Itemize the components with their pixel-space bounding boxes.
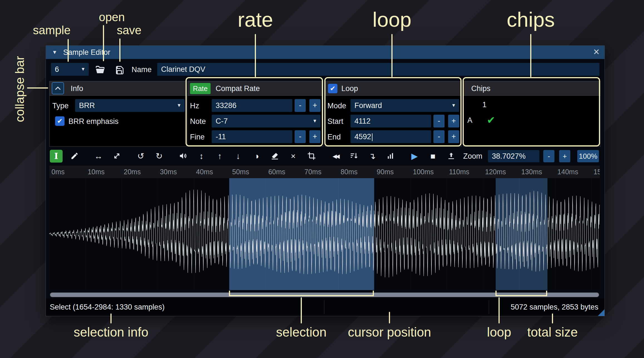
x-icon[interactable]: × (287, 150, 300, 163)
timeline-label: 110ms (449, 166, 469, 178)
timeline-label: 0ms (51, 166, 65, 178)
arrows-horizontal-icon[interactable]: ↔ (92, 150, 105, 163)
arrows-vertical-icon[interactable]: ↕ (195, 150, 208, 163)
close-icon[interactable]: × (593, 45, 599, 58)
rate-tab[interactable]: Rate (190, 83, 211, 94)
save-icon[interactable] (114, 65, 124, 75)
note-select[interactable]: C-7 ▼ (212, 115, 320, 127)
loop-end-minus-button[interactable]: - (433, 130, 445, 143)
status-divider (489, 300, 489, 314)
arrow-turn-down-icon[interactable]: ↴ (366, 150, 379, 163)
horizontal-scrollbar[interactable] (49, 292, 600, 298)
page-background: ▼ Sample Editor × 6 ▼ Name Clarinet DQV (0, 0, 644, 358)
loop-end-value: 4592 (351, 133, 371, 141)
sample-editor-window: ▼ Sample Editor × 6 ▼ Name Clarinet DQV (46, 45, 605, 316)
zoom-reset-button[interactable]: 100% (577, 150, 599, 162)
scrollbar-thumb[interactable] (50, 293, 599, 297)
timeline-label: 150 (594, 166, 600, 178)
loop-end-plus-button[interactable]: + (448, 130, 459, 143)
timeline-label: 10ms (88, 166, 105, 178)
fine-input[interactable]: -11 (212, 130, 292, 143)
chips-row-label: A (467, 114, 472, 127)
mode-label: Mode (327, 99, 346, 112)
bar-chart-icon[interactable] (384, 150, 397, 163)
loop-mode-select[interactable]: Forward ▼ (351, 99, 459, 112)
zoom-label: Zoom (463, 149, 482, 163)
resize-grip[interactable] (598, 309, 604, 316)
info-collapse-bar[interactable]: Info (50, 81, 186, 96)
sample-selector[interactable]: 6 ▼ (51, 63, 89, 76)
brr-emphasis-checkbox[interactable]: ✔ (55, 116, 65, 126)
zoom-out-button[interactable]: - (543, 150, 554, 162)
hz-label: Hz (190, 99, 199, 112)
timeline-label: 130ms (521, 166, 542, 178)
timeline-label: 80ms (340, 166, 357, 178)
loop-start-plus-button[interactable]: + (448, 115, 459, 127)
name-label: Name (132, 63, 152, 76)
play-icon[interactable]: ▶ (408, 150, 421, 163)
check-icon: ✔ (330, 85, 335, 92)
timeline-label: 70ms (304, 166, 321, 178)
loop-header-title: Loop (341, 81, 358, 96)
edit-cursor-icon[interactable]: I (50, 150, 63, 163)
collapse-button[interactable] (52, 82, 64, 94)
arrow-down-icon[interactable]: ↓ (232, 150, 245, 163)
titlebar[interactable]: ▼ Sample Editor × (46, 46, 604, 59)
hz-value: 33286 (212, 101, 236, 110)
undo-icon[interactable]: ↺ (134, 150, 147, 163)
rate-header: Rate Compat Rate (188, 81, 323, 96)
fine-minus-button[interactable]: - (295, 130, 306, 143)
fine-label: Fine (190, 130, 205, 144)
total-size-text: 5072 samples, 2853 bytes (511, 298, 598, 316)
loop-start-minus-button[interactable]: - (433, 115, 445, 127)
annotation-rate: rate (238, 8, 273, 31)
timeline-label: 100ms (413, 166, 434, 178)
zoom-in-button[interactable]: + (559, 150, 570, 162)
redo-icon[interactable]: ↻ (153, 150, 166, 163)
crop-icon[interactable] (305, 150, 318, 163)
open-folder-icon[interactable] (95, 65, 105, 75)
sort-descending-icon[interactable] (347, 150, 360, 163)
chip-enabled-check-icon[interactable]: ✔ (487, 114, 495, 127)
loop-start-input[interactable]: 4112 (351, 115, 431, 127)
stop-icon[interactable]: ■ (426, 150, 439, 163)
loop-end-label: End (327, 130, 341, 144)
hz-input[interactable]: 33286 (212, 99, 292, 112)
fine-plus-button[interactable]: + (309, 130, 320, 143)
type-select[interactable]: BRR ▼ (75, 99, 185, 112)
chips-column-header: 1 (482, 98, 487, 111)
info-section: Info Type BRR ▼ ✔ BRR emphasis (49, 81, 187, 147)
hz-minus-button[interactable]: - (295, 99, 306, 112)
zoom-input[interactable]: 38.7027% (488, 150, 539, 162)
loop-section: ✔ Loop Mode Forward ▼ Start 4112 - + End… (325, 81, 462, 147)
hz-plus-button[interactable]: + (309, 99, 320, 112)
pencil-icon[interactable] (68, 150, 81, 163)
fast-backward-icon[interactable]: ◀◀ (329, 150, 342, 163)
annotation-loop-region: loop (487, 325, 511, 340)
annotation-total-size: total size (527, 325, 578, 340)
window-collapse-triangle-icon[interactable]: ▼ (52, 46, 57, 59)
waveform-svg (49, 178, 600, 290)
invert-circle-icon[interactable]: ◑ (250, 150, 263, 163)
arrow-up-icon[interactable]: ↑ (213, 150, 226, 163)
loop-header: ✔ Loop (325, 81, 462, 96)
timeline-label: 20ms (124, 166, 141, 178)
timeline-label: 40ms (196, 166, 213, 178)
eraser-icon[interactable] (268, 150, 281, 163)
timeline-ruler[interactable]: 0ms10ms20ms30ms40ms50ms60ms70ms80ms90ms1… (49, 166, 600, 178)
arrows-diagonal-icon[interactable] (110, 150, 123, 163)
name-input[interactable]: Clarinet DQV (157, 63, 599, 76)
note-value: C-7 (212, 117, 228, 125)
loop-checkbox[interactable]: ✔ (328, 84, 337, 93)
compat-rate-tab[interactable]: Compat Rate (216, 81, 260, 96)
waveform-display[interactable] (49, 178, 600, 290)
annotation-open: open (99, 11, 125, 24)
loop-start-label: Start (327, 115, 343, 128)
loop-end-input[interactable]: 4592 (351, 130, 431, 143)
sample-selector-value: 6 (51, 65, 59, 73)
chevron-down-icon: ▼ (312, 115, 317, 127)
upload-icon[interactable] (445, 150, 458, 163)
annotation-selection: selection (276, 325, 327, 340)
speaker-icon[interactable] (177, 150, 189, 163)
annotation-collapse-bar: collapse bar (13, 56, 27, 122)
